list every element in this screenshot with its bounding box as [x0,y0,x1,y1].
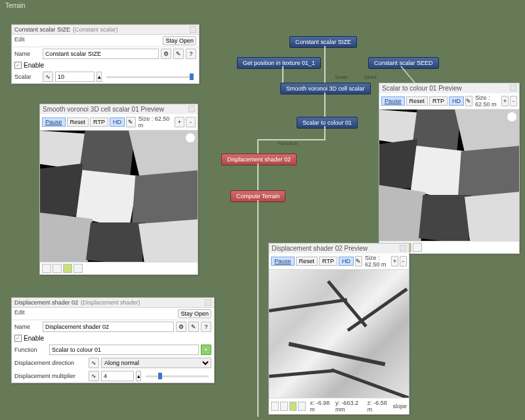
brush-icon[interactable]: ✎ [126,117,136,127]
preview-title[interactable]: Scalar to colour 01 Preview [379,83,519,93]
preview-toolbar: Pause Reset RTP HD ✎ Size : 62.50 m + - [40,114,198,131]
zoom-out-button[interactable]: - [400,256,407,266]
curve-icon[interactable]: ∿ [89,358,99,368]
multiplier-slider[interactable] [146,375,209,377]
wire [282,66,284,83]
tool-icon[interactable] [63,264,72,273]
panel-constant-scalar[interactable]: Constant scalar SIZE (Constant scalar) E… [11,24,200,84]
preview-title-text: Smooth voronoi 3D cell scalar 01 Preview [43,106,164,113]
reset-button[interactable]: Reset [67,117,89,127]
wire [324,93,326,117]
hd-button[interactable]: HD [449,96,464,106]
zoom-out-button[interactable]: - [510,96,517,106]
spinner-icon[interactable]: ▴ [96,72,102,82]
tool-icon[interactable] [413,243,422,252]
pause-button[interactable]: Pause [381,96,405,106]
name-field[interactable] [43,49,159,59]
preview-title[interactable]: Smooth voronoi 3D cell scalar 01 Preview [40,104,198,114]
wire [257,200,259,417]
scalar-field[interactable] [55,72,94,82]
direction-select[interactable]: Along normal [101,358,211,368]
gear-icon[interactable]: ⚙ [176,322,186,332]
label-name: Name [14,51,41,57]
label-direction: Displacement direction [14,360,87,366]
tool-icon[interactable] [42,264,51,273]
close-icon[interactable] [190,26,196,33]
node-scalar-colour[interactable]: Scalar to colour 01 [297,117,358,129]
orientation-widget[interactable] [186,133,195,142]
preview-viewport[interactable] [40,131,198,262]
node-get-position[interactable]: Get position in texture 01_1 [237,57,321,69]
panel-header[interactable]: Displacement shader 02 (Displacement sha… [12,298,214,308]
brush-icon[interactable]: ✎ [465,96,472,106]
gear-icon[interactable]: ⚙ [161,49,171,59]
enable-checkbox[interactable]: ✓ [14,335,22,342]
zoom-in-button[interactable]: + [175,117,184,127]
panel-title: Constant scalar SIZE [14,26,70,33]
tool-icon[interactable] [74,264,83,273]
size-label: Size : 62.50 m [475,94,500,108]
pencil-icon[interactable]: ✎ [173,49,184,59]
brush-icon[interactable]: ✎ [355,256,362,266]
spinner-icon[interactable]: ▴ [136,371,141,381]
preview-title[interactable]: Displacement shader 02 Preview [269,243,409,253]
function-field[interactable] [49,345,199,355]
preview-displacement[interactable]: Displacement shader 02 Preview Pause Res… [268,243,410,415]
tool-icon[interactable] [280,402,288,411]
node-displacement[interactable]: Displacement shader 02 [221,154,297,165]
name-field[interactable] [43,322,174,332]
pause-button[interactable]: Pause [271,257,295,266]
pencil-icon[interactable]: ✎ [188,322,199,332]
node-constant-seed[interactable]: Constant scalar SEED [368,57,439,69]
canvas-title: Terrain [5,2,26,9]
wire [324,46,326,83]
node-constant-size[interactable]: Constant scalar SIZE [289,36,357,48]
reset-button[interactable]: Reset [406,96,429,106]
preview-scalar-colour[interactable]: Scalar to colour 01 Preview Pause Reset … [379,83,520,254]
help-icon[interactable]: ? [201,322,211,332]
close-icon[interactable] [205,299,211,306]
tool-icon[interactable] [52,264,62,273]
stay-open-button[interactable]: Stay Open [178,309,211,318]
tool-icon[interactable] [271,402,279,411]
reset-button[interactable]: Reset [296,257,318,266]
menu-edit[interactable]: Edit [14,36,25,45]
rtp-button[interactable]: RTP [90,117,108,127]
stay-open-button[interactable]: Stay Open [163,36,196,45]
tool-icon[interactable] [289,402,297,411]
panel-menubar: Edit Stay Open [12,35,199,47]
multiplier-field[interactable] [101,371,134,381]
help-icon[interactable]: ? [186,49,196,59]
wire-label-function: Function [278,140,298,146]
close-icon[interactable] [400,245,406,251]
curve-icon[interactable]: ∿ [89,371,99,381]
preview-viewport[interactable] [379,110,519,241]
close-icon[interactable] [510,85,516,91]
curve-icon[interactable]: ∿ [43,72,53,82]
panel-header[interactable]: Constant scalar SIZE (Constant scalar) [12,25,199,35]
wire [324,126,326,139]
preview-voronoi[interactable]: Smooth voronoi 3D cell scalar 01 Preview… [39,104,198,275]
menu-edit[interactable]: Edit [14,309,25,318]
add-button[interactable]: + [201,345,211,355]
enable-checkbox[interactable]: ✓ [14,62,22,69]
pause-button[interactable]: Pause [42,117,66,127]
panel-type: (Constant scalar) [73,26,118,33]
zoom-in-button[interactable]: + [501,96,509,106]
scalar-slider[interactable] [106,76,194,78]
coord-x: x: -6.98 m [310,400,331,413]
hd-button[interactable]: HD [110,117,125,127]
zoom-out-button[interactable]: - [186,117,196,127]
preview-viewport[interactable] [269,270,409,398]
rtp-button[interactable]: RTP [429,96,448,106]
orientation-widget[interactable] [507,112,516,121]
hd-button[interactable]: HD [339,257,354,266]
label-scalar: Scalar [14,74,41,80]
panel-displacement-shader[interactable]: Displacement shader 02 (Displacement sha… [11,297,215,383]
preview-toolbar: Pause Reset RTP HD ✎ Size : 62.50 m + - [269,253,409,270]
coord-z: z: -6.58 m [368,400,389,413]
close-icon[interactable] [188,106,195,112]
tool-icon[interactable] [298,402,306,411]
zoom-in-button[interactable]: + [391,256,398,266]
rtp-button[interactable]: RTP [319,257,337,266]
